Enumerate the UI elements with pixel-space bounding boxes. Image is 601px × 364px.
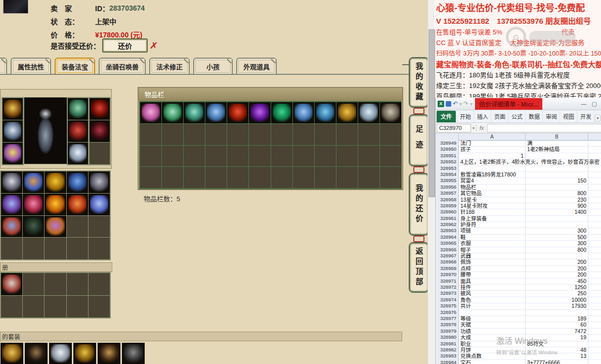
cell-A328970[interactable]: 腰带: [459, 271, 526, 278]
ribbon-tab-插入[interactable]: 插入: [475, 111, 491, 122]
cell-A328952[interactable]: 4上区，1老2新孩子，4阶水克火，传世容止，妙音百万亲密: [459, 159, 526, 165]
empty-slot[interactable]: [184, 146, 205, 167]
undo-icon[interactable]: ↶: [453, 101, 458, 107]
row-header[interactable]: 328971: [436, 278, 459, 285]
row-header[interactable]: 328953: [436, 165, 459, 172]
cell-A328972[interactable]: 挂件: [459, 284, 526, 291]
cell-C328979[interactable]: [588, 328, 601, 335]
row-header[interactable]: 328955: [436, 177, 459, 184]
row-header[interactable]: 328976: [436, 309, 459, 316]
cell-A328964[interactable]: 鞋: [459, 234, 526, 241]
row-header[interactable]: 328983: [436, 353, 459, 359]
empty-slot[interactable]: [23, 296, 44, 318]
empty-slot[interactable]: [184, 167, 205, 188]
white-pendant[interactable]: [358, 102, 379, 123]
empty-slot[interactable]: [315, 124, 336, 145]
cell-B328953[interactable]: [526, 165, 588, 172]
cell-C328972[interactable]: [588, 284, 601, 291]
row-header[interactable]: 328962: [436, 221, 459, 228]
red-gem[interactable]: [227, 102, 248, 123]
cell-B328964[interactable]: 500: [526, 234, 588, 241]
lantern-item[interactable]: [23, 194, 44, 215]
cell-B328956[interactable]: [526, 184, 588, 191]
cell-A328954[interactable]: 敖雪凌霜189男龙17800: [459, 171, 526, 178]
row-header[interactable]: 328972: [436, 284, 459, 291]
fist-item[interactable]: [98, 343, 120, 364]
sidebar-footprints[interactable]: 足迹: [409, 115, 428, 166]
row-header[interactable]: 328984: [436, 359, 459, 364]
row-header[interactable]: 328974: [436, 297, 459, 303]
empty-slot[interactable]: [271, 146, 292, 167]
cell-C328982[interactable]: [588, 347, 601, 353]
cell-C328957[interactable]: [588, 190, 601, 197]
empty-slot[interactable]: [89, 296, 110, 318]
ribbon-tab-视图[interactable]: 视图: [561, 111, 577, 122]
row-header[interactable]: 328957: [436, 190, 459, 197]
empty-slot[interactable]: [358, 146, 379, 167]
row-header[interactable]: 328968: [436, 259, 459, 265]
empty-slot[interactable]: [89, 238, 110, 259]
tab-属性抗性[interactable]: 属性抗性: [11, 58, 51, 74]
gold-belt[interactable]: [336, 102, 358, 123]
ribbon-tab-审阅[interactable]: 审阅: [543, 111, 560, 122]
cell-B328974[interactable]: 10000: [526, 297, 588, 303]
cell-C328955[interactable]: [588, 177, 601, 184]
empty-slot[interactable]: [45, 273, 66, 295]
cell-C328973[interactable]: [588, 290, 601, 297]
cell-A328962[interactable]: 护身符: [459, 221, 526, 228]
circlet-item[interactable]: [1, 343, 23, 364]
tab-坐骑召唤兽[interactable]: 坐骑召唤兽: [99, 58, 146, 74]
qat-more-icon[interactable]: ▾: [470, 101, 473, 107]
cell-B328984[interactable]: 3+7777+6666: [526, 359, 588, 364]
sidebar-my-favorites[interactable]: 我的收藏: [409, 58, 428, 107]
blue-cube-2[interactable]: [293, 102, 314, 123]
row-header[interactable]: 328964: [436, 234, 459, 241]
empty-slot[interactable]: [205, 146, 227, 167]
formula-input[interactable]: [487, 124, 601, 132]
empty-slot[interactable]: [1, 238, 22, 259]
whip-item[interactable]: [1, 171, 22, 193]
scroll-item[interactable]: [1, 194, 22, 215]
empty-slot[interactable]: [315, 146, 336, 167]
cell-B328970[interactable]: 200: [526, 271, 588, 278]
fan-item[interactable]: [67, 194, 88, 215]
row-header[interactable]: 328956: [436, 184, 459, 191]
cell-B328973[interactable]: 250: [526, 290, 588, 297]
empty-slot[interactable]: [227, 167, 248, 188]
sidebar-my-counteroffers[interactable]: 我的还价: [409, 173, 428, 235]
empty-slot[interactable]: [67, 238, 88, 259]
cell-A328976[interactable]: [459, 309, 526, 316]
empty-slot[interactable]: [184, 124, 205, 145]
cell-C328971[interactable]: [588, 278, 601, 285]
cell-C328961[interactable]: [588, 215, 601, 222]
row-header[interactable]: 328954: [436, 171, 459, 178]
empty-slot[interactable]: [315, 167, 336, 188]
cell-A328971[interactable]: 面具: [459, 278, 526, 285]
coil-item[interactable]: [49, 343, 72, 364]
empty-slot[interactable]: [249, 146, 270, 167]
empty-slot[interactable]: [67, 273, 88, 295]
empty-slot[interactable]: [1, 296, 22, 318]
empty-slot[interactable]: [380, 146, 401, 167]
redo-icon[interactable]: ↷: [463, 101, 468, 107]
cell-B328955[interactable]: 150: [526, 177, 588, 184]
pink-gem[interactable]: [140, 102, 161, 123]
save-icon[interactable]: [446, 101, 451, 107]
row-header[interactable]: 328965: [436, 240, 459, 247]
cell-A328951[interactable]: 1: [459, 153, 526, 159]
empty-slot[interactable]: [249, 124, 270, 145]
column-header-a[interactable]: A: [459, 133, 526, 141]
cell-B328969[interactable]: 200: [526, 265, 588, 272]
cell-B328961[interactable]: [526, 215, 588, 222]
cell-A328969[interactable]: 点椊: [459, 265, 526, 272]
ring2-item[interactable]: [90, 120, 110, 142]
tab-外观道具[interactable]: 外观道具: [236, 58, 277, 74]
cell-C328949[interactable]: [588, 140, 601, 147]
cell-C328983[interactable]: [588, 353, 601, 359]
cell-A328949[interactable]: 法门: [459, 140, 526, 147]
empty-slot[interactable]: [271, 167, 292, 188]
cell-B328976[interactable]: [526, 309, 588, 316]
cell-A328973[interactable]: 披风: [459, 290, 526, 297]
empty-slot[interactable]: [293, 146, 314, 167]
row-header[interactable]: 328970: [436, 271, 459, 278]
